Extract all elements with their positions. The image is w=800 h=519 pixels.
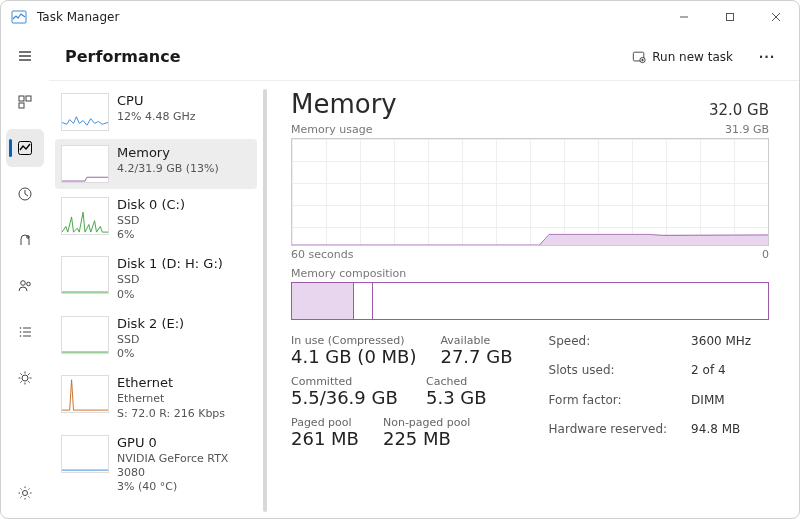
stat-value: 5.3 GB <box>426 387 487 408</box>
content-header: Performance Run new task ··· <box>49 33 799 81</box>
svg-rect-8 <box>19 96 24 101</box>
ethernet-thumb-chart <box>61 375 109 413</box>
memory-usage-chart <box>291 138 769 246</box>
svg-point-16 <box>20 327 22 329</box>
nav-processes[interactable] <box>6 83 44 121</box>
nav-startup-apps[interactable] <box>6 221 44 259</box>
axis-right: 0 <box>762 248 769 261</box>
perf-item-ethernet[interactable]: Ethernet Ethernet S: 72.0 R: 216 Kbps <box>55 369 257 426</box>
window-controls <box>661 1 799 33</box>
perf-item-label: CPU <box>117 93 196 110</box>
perf-item-sub2: S: 72.0 R: 216 Kbps <box>117 407 225 421</box>
stat-value: 225 MB <box>383 428 470 449</box>
perf-item-disk1[interactable]: Disk 1 (D: H: G:) SSD 0% <box>55 250 257 307</box>
perf-item-sub: NVIDIA GeForce RTX 3080 <box>117 452 249 481</box>
hw-key: Speed: <box>549 334 668 361</box>
detail-title: Memory <box>291 89 397 119</box>
svg-line-27 <box>20 373 21 374</box>
perf-item-gpu0[interactable]: GPU 0 NVIDIA GeForce RTX 3080 3% (40 °C) <box>55 429 257 501</box>
disk0-thumb-chart <box>61 197 109 235</box>
svg-rect-9 <box>26 96 31 101</box>
perf-item-sub: 12% 4.48 GHz <box>117 110 196 124</box>
detail-total: 32.0 GB <box>709 101 769 119</box>
svg-rect-10 <box>19 103 24 108</box>
svg-point-18 <box>20 331 22 333</box>
stat-value: 4.1 GB (0 MB) <box>291 346 416 367</box>
perf-item-label: Memory <box>117 145 219 162</box>
perf-item-sub2: 0% <box>117 288 223 302</box>
composition-label: Memory composition <box>291 267 769 280</box>
disk2-thumb-chart <box>61 316 109 354</box>
svg-point-13 <box>27 236 30 239</box>
nav-performance[interactable] <box>6 129 44 167</box>
composition-standby <box>373 283 768 319</box>
memory-thumb-chart <box>61 145 109 183</box>
window-title: Task Manager <box>37 10 119 24</box>
svg-line-28 <box>28 381 29 382</box>
svg-point-20 <box>20 335 22 337</box>
perf-item-disk2[interactable]: Disk 2 (E:) SSD 0% <box>55 310 257 367</box>
svg-point-22 <box>22 375 28 381</box>
perf-item-memory[interactable]: Memory 4.2/31.9 GB (13%) <box>55 139 257 189</box>
perf-item-label: Disk 0 (C:) <box>117 197 185 214</box>
hw-val: 3600 MHz <box>691 334 751 361</box>
hw-val: 94.8 MB <box>691 422 751 449</box>
titlebar: Task Manager <box>1 1 799 33</box>
perf-item-sub: 4.2/31.9 GB (13%) <box>117 162 219 176</box>
svg-marker-39 <box>540 234 768 245</box>
close-button[interactable] <box>753 1 799 33</box>
chart-label: Memory usage <box>291 123 372 136</box>
memory-hardware-table: Speed: 3600 MHz Slots used: 2 of 4 Form … <box>549 334 752 449</box>
svg-rect-2 <box>727 14 734 21</box>
memory-stats: In use (Compressed) 4.1 GB (0 MB) Availa… <box>291 334 769 449</box>
run-new-task-button[interactable]: Run new task <box>622 46 743 68</box>
perf-item-label: Ethernet <box>117 375 225 392</box>
perf-item-sub: Ethernet <box>117 392 225 406</box>
perf-item-sub2: 6% <box>117 228 185 242</box>
perf-item-sub2: 0% <box>117 347 184 361</box>
perf-item-cpu[interactable]: CPU 12% 4.48 GHz <box>55 87 257 137</box>
composition-inuse <box>292 283 354 319</box>
perf-item-label: Disk 1 (D: H: G:) <box>117 256 223 273</box>
hw-val: 2 of 4 <box>691 363 751 390</box>
nav-users[interactable] <box>6 267 44 305</box>
detail-panel: Memory 32.0 GB Memory usage 31.9 GB 60 s… <box>267 81 799 519</box>
hw-key: Slots used: <box>549 363 668 390</box>
disk1-thumb-chart <box>61 256 109 294</box>
nav-settings[interactable] <box>6 474 44 512</box>
page-title: Performance <box>65 47 181 66</box>
perf-item-sub: SSD <box>117 333 184 347</box>
memory-composition-chart <box>291 282 769 320</box>
svg-point-15 <box>27 282 31 286</box>
nav-rail <box>1 33 49 519</box>
nav-services[interactable] <box>6 359 44 397</box>
run-task-icon <box>632 50 646 64</box>
svg-point-31 <box>23 491 28 496</box>
perf-item-sub: SSD <box>117 214 185 228</box>
stat-value: 261 MB <box>291 428 359 449</box>
run-task-label: Run new task <box>652 50 733 64</box>
minimize-button[interactable] <box>661 1 707 33</box>
perf-item-sub2: 3% (40 °C) <box>117 480 249 494</box>
perf-item-label: GPU 0 <box>117 435 249 452</box>
svg-line-29 <box>28 373 29 374</box>
perf-item-disk0[interactable]: Disk 0 (C:) SSD 6% <box>55 191 257 248</box>
hw-val: DIMM <box>691 393 751 420</box>
gpu0-thumb-chart <box>61 435 109 473</box>
app-icon <box>11 9 27 25</box>
perf-item-label: Disk 2 (E:) <box>117 316 184 333</box>
stat-value: 27.7 GB <box>440 346 512 367</box>
composition-modified <box>354 283 373 319</box>
perf-item-sub: SSD <box>117 273 223 287</box>
cpu-thumb-chart <box>61 93 109 131</box>
maximize-button[interactable] <box>707 1 753 33</box>
more-options-button[interactable]: ··· <box>751 43 783 71</box>
svg-line-30 <box>20 381 21 382</box>
hw-key: Hardware reserved: <box>549 422 668 449</box>
nav-details[interactable] <box>6 313 44 351</box>
stat-value: 5.5/36.9 GB <box>291 387 402 408</box>
performance-list[interactable]: CPU 12% 4.48 GHz Memory 4.2/31.9 GB (13%… <box>49 81 267 519</box>
hamburger-icon[interactable] <box>6 37 44 75</box>
chart-max: 31.9 GB <box>725 123 769 136</box>
nav-app-history[interactable] <box>6 175 44 213</box>
